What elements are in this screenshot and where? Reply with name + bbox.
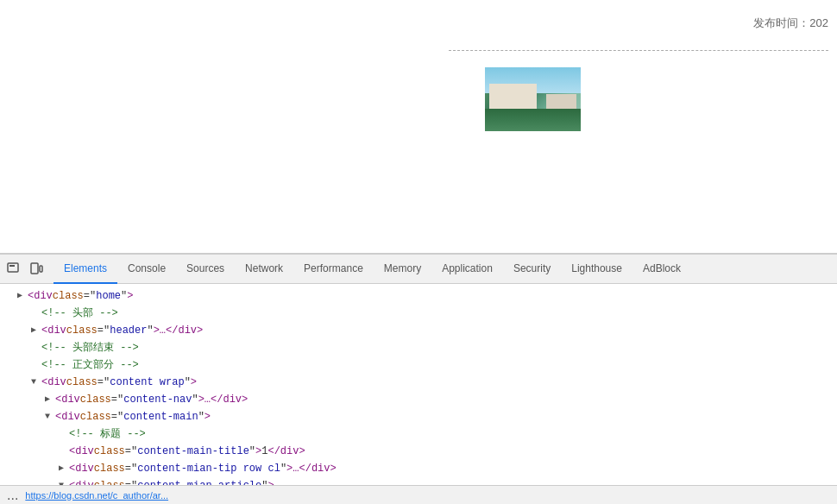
dom-line[interactable]: <div class="content-main"> — [0, 408, 837, 425]
tab-performance[interactable]: Performance — [293, 255, 374, 284]
dom-tree-area[interactable]: <div class="home"> <!-- 头部 --> <div clas… — [0, 284, 837, 485]
svg-rect-2 — [31, 263, 38, 274]
dom-line[interactable]: <div class="content-main-title">1</div> — [0, 443, 837, 460]
tab-elements[interactable]: Elements — [53, 255, 117, 284]
tab-console[interactable]: Console — [117, 255, 176, 284]
devtools-tabs-bar: Elements Console Sources Network Perform… — [0, 255, 837, 284]
dom-line[interactable]: <div class="content-mian-article"> — [0, 477, 837, 485]
triangle-icon[interactable] — [17, 288, 26, 304]
tab-sources[interactable]: Sources — [176, 255, 235, 284]
triangle-icon[interactable] — [45, 409, 53, 425]
dom-line[interactable]: <div class="content-mian-tip row cl">…</… — [0, 460, 837, 477]
triangle-icon[interactable] — [45, 392, 53, 407]
tab-lighthouse[interactable]: Lighthouse — [561, 255, 632, 284]
tab-adblock[interactable]: AdBlock — [632, 255, 691, 284]
status-bar: ... https://blog.csdn.net/c_author/ar... — [0, 485, 837, 504]
tab-application[interactable]: Application — [431, 255, 503, 284]
tab-security[interactable]: Security — [503, 255, 561, 284]
tab-network[interactable]: Network — [235, 255, 293, 284]
inspect-element-icon[interactable] — [3, 259, 24, 280]
triangle-icon[interactable] — [31, 323, 40, 338]
svg-rect-3 — [40, 266, 42, 272]
dom-line[interactable]: <div class="content-nav">…</div> — [0, 391, 837, 408]
devtools-icon-group — [3, 259, 47, 280]
device-toolbar-icon[interactable] — [26, 259, 47, 280]
webpage-area: 发布时间：202 — [0, 0, 837, 254]
dom-line[interactable]: <div class="header">…</div> — [0, 322, 837, 339]
dom-line[interactable]: <!-- 头部结束 --> — [0, 339, 837, 356]
svg-rect-1 — [9, 265, 15, 267]
tab-memory[interactable]: Memory — [374, 255, 431, 284]
article-image — [485, 67, 581, 131]
dashed-line — [449, 50, 828, 51]
triangle-icon[interactable] — [59, 478, 67, 485]
status-path-link[interactable]: https://blog.csdn.net/c_author/ar... — [25, 490, 168, 501]
dom-line[interactable]: <!-- 头部 --> — [0, 305, 837, 322]
dom-line[interactable]: <div class="home"> — [0, 287, 837, 305]
publish-time: 发布时间：202 — [753, 16, 828, 31]
devtools-panel: Elements Console Sources Network Perform… — [0, 254, 837, 504]
triangle-icon[interactable] — [59, 461, 67, 476]
triangle-icon[interactable] — [31, 375, 40, 390]
svg-rect-0 — [8, 263, 18, 272]
dom-line[interactable]: <!-- 正文部分 --> — [0, 356, 837, 374]
dom-line[interactable]: <div class="content wrap"> — [0, 374, 837, 391]
ellipsis-icon[interactable]: ... — [7, 488, 18, 503]
dom-line[interactable]: <!-- 标题 --> — [0, 425, 837, 443]
